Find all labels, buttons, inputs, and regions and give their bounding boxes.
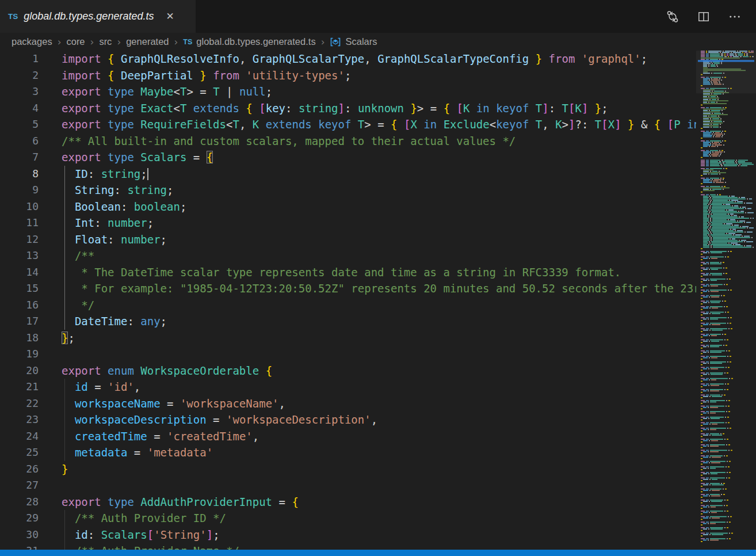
line-number[interactable]: 7: [0, 149, 39, 166]
line-number[interactable]: 1: [0, 51, 39, 67]
code-line[interactable]: 13 /**: [0, 247, 696, 264]
line-number[interactable]: 31: [0, 543, 39, 550]
line-number[interactable]: 2: [0, 67, 39, 84]
line-number[interactable]: 5: [0, 116, 39, 133]
code-line[interactable]: 21 id = 'id',: [0, 379, 696, 395]
line-number[interactable]: 6: [0, 133, 39, 150]
line-number[interactable]: 17: [0, 313, 39, 330]
line-number[interactable]: 3: [0, 83, 39, 100]
line-number[interactable]: 26: [0, 461, 39, 478]
code-token: :: [88, 167, 101, 180]
split-editor-icon[interactable]: [696, 9, 711, 24]
line-number[interactable]: 15: [0, 280, 39, 297]
code-token: K: [555, 118, 562, 131]
code-line[interactable]: 11 Int: number;: [0, 215, 696, 231]
line-number[interactable]: 13: [0, 247, 39, 264]
line-number[interactable]: 30: [0, 527, 39, 543]
code-line[interactable]: 6/** All built-in and custom scalars, ma…: [0, 133, 696, 150]
minimap[interactable]: [696, 51, 756, 550]
line-number[interactable]: 8: [0, 166, 39, 182]
text-cursor: [147, 168, 148, 180]
tab-title: global.db.types.generated.ts: [24, 10, 154, 22]
code-line[interactable]: 17 DateTime: any;: [0, 313, 696, 330]
code-token: T: [536, 118, 542, 131]
code-token: Scalars: [101, 528, 147, 541]
code-line[interactable]: 30 id: Scalars['String'];: [0, 527, 696, 543]
tab-active[interactable]: TS global.db.types.generated.ts ✕: [0, 0, 196, 33]
line-number[interactable]: 24: [0, 428, 39, 445]
code-token: createdTime: [62, 430, 147, 443]
code-line[interactable]: 15 * For example: "1985-04-12T23:20:50.5…: [0, 280, 696, 297]
breadcrumb-item-packages[interactable]: packages: [12, 36, 52, 47]
code-line[interactable]: 10 Boolean: boolean;: [0, 199, 696, 215]
line-number[interactable]: 14: [0, 264, 39, 281]
line-number[interactable]: 22: [0, 395, 39, 412]
code-line[interactable]: 19: [0, 346, 696, 363]
code-line[interactable]: 29 /** Auth Provider ID */: [0, 510, 696, 527]
code-line[interactable]: 8 ID: string;: [0, 166, 696, 182]
code-line[interactable]: 12 Float: number;: [0, 231, 696, 248]
line-number[interactable]: 11: [0, 215, 39, 231]
line-number[interactable]: 16: [0, 297, 39, 314]
code-line[interactable]: 1import { GraphQLResolveInfo, GraphQLSca…: [0, 51, 696, 67]
close-tab-icon[interactable]: ✕: [164, 10, 175, 22]
line-number[interactable]: 28: [0, 494, 39, 511]
line-number[interactable]: 18: [0, 330, 39, 346]
code-line[interactable]: 2import { DeepPartial } from 'utility-ty…: [0, 67, 696, 84]
line-number[interactable]: 12: [0, 231, 39, 248]
line-number[interactable]: 19: [0, 346, 39, 363]
more-actions-icon[interactable]: [727, 9, 742, 24]
code-line[interactable]: 9 String: string;: [0, 182, 696, 199]
breadcrumb-separator-icon: ›: [321, 36, 325, 48]
line-number[interactable]: 25: [0, 444, 39, 461]
code-line[interactable]: 22 workspaceName = 'workspaceName',: [0, 395, 696, 412]
line-number[interactable]: 10: [0, 199, 39, 215]
breadcrumb-item-global-db-types-generated-ts[interactable]: TSglobal.db.types.generated.ts: [183, 36, 315, 47]
status-bar[interactable]: [0, 550, 756, 556]
code-token: :: [345, 102, 358, 115]
breadcrumb-item-generated[interactable]: generated: [126, 36, 169, 47]
code-line[interactable]: 4export type Exact<T extends { [key: str…: [0, 100, 696, 117]
code-line[interactable]: 14 * The DateTime scalar type represents…: [0, 264, 696, 281]
code-line[interactable]: 28export type AddAuthProviderInput = {: [0, 494, 696, 511]
line-number[interactable]: 20: [0, 363, 39, 379]
code-line-text: };: [39, 330, 75, 346]
line-number[interactable]: 23: [0, 412, 39, 428]
line-number[interactable]: 21: [0, 379, 39, 395]
code-line[interactable]: 23 workspaceDescription = 'workspaceDesc…: [0, 412, 696, 428]
code-line[interactable]: 18};: [0, 330, 696, 346]
breadcrumb-item-scalars[interactable]: Scalars: [330, 36, 377, 47]
code-line[interactable]: 26}: [0, 461, 696, 478]
code-token: DateTime: [62, 315, 127, 327]
code-token: <: [490, 118, 496, 131]
code-token: {: [266, 364, 272, 377]
code-token: ;: [345, 69, 351, 82]
code-line[interactable]: 31 /** Auth Provider Name */: [0, 543, 696, 550]
breadcrumb-item-src[interactable]: src: [99, 36, 112, 47]
line-number[interactable]: 29: [0, 510, 39, 527]
code-line-text: export type AddAuthProviderInput = {: [39, 494, 299, 511]
code-token: =: [147, 430, 167, 443]
code-line[interactable]: 20export enum WorkspaceOrderable {: [0, 363, 696, 379]
code-line[interactable]: 24 createdTime = 'createdTime',: [0, 428, 696, 445]
code-line[interactable]: 5export type RequireFields<T, K extends …: [0, 116, 696, 133]
code-line[interactable]: 7export type Scalars = {: [0, 149, 696, 166]
code-token: ]: [568, 118, 575, 131]
line-number[interactable]: 4: [0, 100, 39, 117]
code-token: Exclude: [444, 118, 490, 131]
code-token: K: [253, 118, 259, 131]
line-number[interactable]: 27: [0, 477, 39, 494]
code-area[interactable]: 1import { GraphQLResolveInfo, GraphQLSca…: [0, 51, 696, 550]
code-token: }: [404, 102, 417, 115]
breadcrumb-item-core[interactable]: core: [66, 36, 85, 47]
minimap-canvas[interactable]: [696, 51, 756, 550]
open-changes-icon[interactable]: [665, 9, 680, 24]
line-number[interactable]: 9: [0, 182, 39, 199]
code-line[interactable]: 16 */: [0, 297, 696, 314]
code-token: /** Auth Provider Name */: [62, 544, 239, 550]
code-token: extends: [186, 102, 246, 115]
code-token: K: [463, 102, 469, 115]
code-line[interactable]: 3export type Maybe<T> = T | null;: [0, 83, 696, 100]
code-line[interactable]: 25 metadata = 'metadata': [0, 444, 696, 461]
code-line[interactable]: 27: [0, 477, 696, 494]
